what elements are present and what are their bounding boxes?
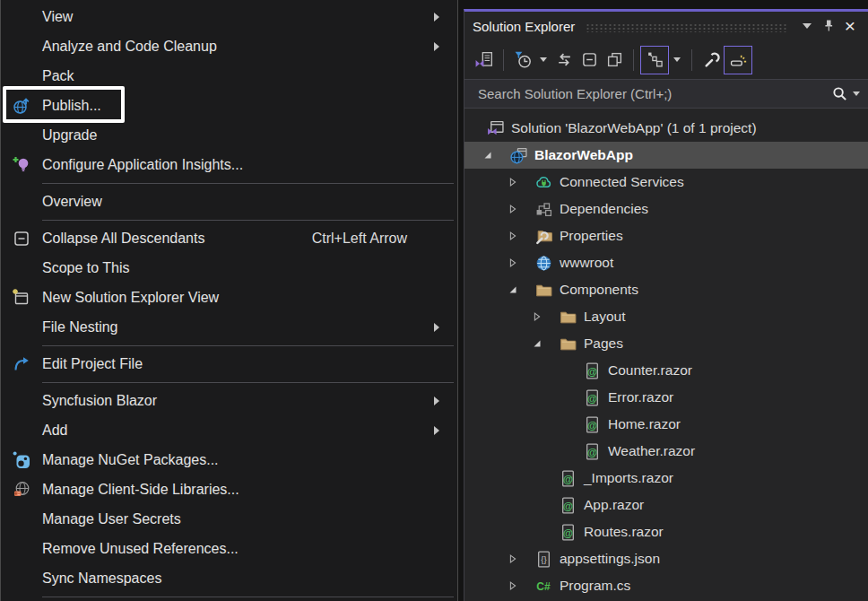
edit-project-file-icon	[1, 355, 42, 373]
tree-row-pages[interactable]: Pages	[464, 330, 868, 357]
collapse-all-descendants-icon	[1, 230, 42, 248]
expander-collapsed-icon[interactable]	[506, 175, 520, 189]
menu-item-pack[interactable]: Pack	[1, 61, 457, 91]
razor-file-icon: @	[583, 362, 601, 379]
menu-item-manage-nuget-packages[interactable]: Manage NuGet Packages...	[1, 445, 457, 475]
menu-item-edit-project-file[interactable]: Edit Project File	[1, 349, 457, 379]
solution-explorer-titlebar[interactable]: Solution Explorer ×	[464, 12, 868, 40]
razor-file-icon: @	[559, 497, 577, 514]
tree-row-app-razor[interactable]: @ App.razor	[464, 492, 868, 518]
show-all-files-button[interactable]	[602, 48, 627, 73]
expander-expanded-icon[interactable]	[506, 283, 520, 297]
collapse-all-icon	[581, 51, 598, 68]
tree-row-project-blazorwebapp[interactable]: BlazorWebApp	[464, 142, 868, 169]
switch-views-button[interactable]	[472, 48, 497, 73]
submenu-arrow-icon	[434, 323, 457, 332]
solution-icon	[486, 120, 504, 137]
tree-row-components[interactable]: Components	[464, 276, 868, 303]
json-file-icon: {}	[534, 551, 552, 568]
close-button[interactable]: ×	[839, 16, 861, 36]
tree-row-dependencies[interactable]: Dependencies	[464, 196, 868, 222]
tree-row-routes-razor[interactable]: @ Routes.razor	[464, 518, 868, 545]
pending-changes-filter-button[interactable]	[510, 48, 535, 73]
menu-item-view[interactable]: View	[1, 2, 457, 31]
collapse-all-button[interactable]	[577, 48, 602, 73]
expander-expanded-icon[interactable]	[530, 336, 544, 351]
tree-row-home-razor[interactable]: @ Home.razor	[464, 411, 868, 438]
project-icon	[509, 147, 527, 164]
svg-text:@: @	[586, 364, 596, 376]
expander-collapsed-icon[interactable]	[506, 552, 520, 566]
titlebar-grip-texture	[586, 23, 787, 32]
tree-row-solution[interactable]: Solution 'BlazorWebApp' (1 of 1 project)	[464, 115, 868, 142]
project-context-menu: View Analyze and Code Cleanup Pack Publi…	[0, 0, 458, 601]
properties-wrench-icon	[703, 51, 720, 68]
tree-row-counter-razor[interactable]: @ Counter.razor	[464, 357, 868, 384]
expander-collapsed-icon[interactable]	[506, 229, 520, 243]
razor-file-icon: @	[583, 389, 601, 406]
preview-selected-items-icon	[730, 51, 747, 68]
menu-item-manage-user-secrets[interactable]: Manage User Secrets	[1, 504, 457, 534]
folder-icon	[559, 309, 577, 326]
toolbar-separator	[633, 49, 634, 71]
menu-item-remove-unused-references[interactable]: Remove Unused References...	[1, 534, 457, 563]
submenu-arrow-icon	[434, 396, 457, 405]
menu-item-scope-to-this[interactable]: Scope to This	[1, 253, 457, 283]
window-position-button[interactable]	[796, 16, 818, 36]
search-button[interactable]	[829, 84, 850, 104]
pending-changes-filter-icon	[515, 51, 532, 68]
tree-row-connected-services[interactable]: Connected Services	[464, 169, 868, 196]
menu-separator	[1, 342, 457, 349]
search-options-caret-icon[interactable]	[853, 91, 860, 96]
pin-button[interactable]	[818, 16, 839, 36]
properties-button[interactable]	[699, 48, 724, 73]
menu-item-file-nesting[interactable]: File Nesting	[1, 312, 457, 342]
sync-with-active-document-icon	[556, 51, 573, 68]
menu-item-configure-application-insights[interactable]: Configure Application Insights...	[1, 150, 457, 179]
menu-item-syncfusion-blazor[interactable]: Syncfusion Blazor	[1, 386, 457, 415]
tree-row-properties[interactable]: Properties	[464, 222, 868, 249]
close-icon: ×	[845, 17, 855, 35]
svg-text:@: @	[562, 526, 572, 537]
file-nesting-button[interactable]	[640, 46, 669, 74]
connected-services-icon	[534, 174, 552, 191]
menu-item-sync-namespaces[interactable]: Sync Namespaces	[1, 563, 457, 593]
menu-item-publish[interactable]: Publish...	[1, 91, 457, 120]
tree-row-weather-razor[interactable]: @ Weather.razor	[464, 438, 868, 465]
search-input[interactable]	[464, 86, 829, 101]
expander-collapsed-icon[interactable]	[506, 579, 520, 593]
razor-file-icon: @	[559, 470, 577, 487]
menu-item-analyze-and-code-cleanup[interactable]: Analyze and Code Cleanup	[1, 31, 457, 61]
expander-collapsed-icon[interactable]	[530, 309, 544, 324]
menu-item-manage-client-side-libraries[interactable]: Manage Client-Side Libraries...	[1, 475, 457, 504]
menu-item-add[interactable]: Add	[1, 415, 457, 445]
tree-row-error-razor[interactable]: @ Error.razor	[464, 384, 868, 411]
svg-text:@: @	[586, 445, 596, 457]
expander-expanded-icon[interactable]	[481, 148, 495, 162]
folder-icon	[534, 282, 552, 299]
menu-item-collapse-all-descendants[interactable]: Collapse All Descendants Ctrl+Left Arrow	[1, 223, 457, 253]
preview-selected-items-button[interactable]	[724, 46, 752, 74]
file-nesting-dropdown-caret-icon[interactable]	[673, 57, 681, 62]
globe-icon	[534, 255, 552, 272]
tree-row-program-cs[interactable]: C# Program.cs	[464, 572, 868, 599]
tree-row-imports-razor[interactable]: @ _Imports.razor	[464, 465, 868, 492]
menu-item-new-solution-explorer-view[interactable]: New Solution Explorer View	[1, 283, 457, 312]
tree-row-layout[interactable]: Layout	[464, 303, 868, 330]
menu-separator	[1, 379, 457, 386]
filter-dropdown-caret-icon[interactable]	[540, 57, 547, 62]
solution-explorer-panel: Solution Explorer ×	[464, 9, 868, 601]
tree-row-wwwroot[interactable]: wwwroot	[464, 249, 868, 276]
razor-file-icon: @	[559, 524, 577, 541]
expander-collapsed-icon[interactable]	[506, 256, 520, 270]
publish-icon	[1, 97, 42, 115]
toolbar-separator	[503, 49, 504, 71]
chevron-down-icon	[803, 23, 812, 29]
menu-item-overview[interactable]: Overview	[1, 187, 457, 216]
sync-with-active-document-button[interactable]	[551, 48, 577, 73]
svg-text:@: @	[586, 418, 596, 430]
tree-row-appsettings-json[interactable]: {} appsettings.json	[464, 545, 868, 572]
expander-collapsed-icon[interactable]	[506, 202, 520, 216]
application-insights-icon	[1, 156, 42, 174]
menu-item-upgrade[interactable]: Upgrade	[1, 120, 457, 150]
